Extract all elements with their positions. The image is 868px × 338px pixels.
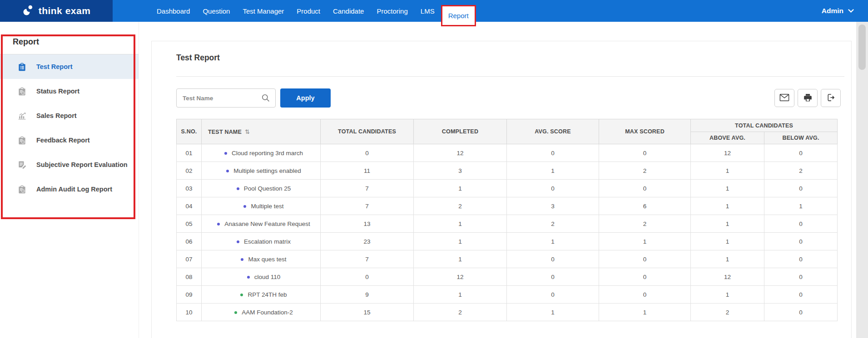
row-completed: 1 — [414, 180, 507, 197]
test-name[interactable]: Pool Question 25 — [244, 185, 291, 192]
row-max-scored: 2 — [599, 215, 691, 233]
test-name[interactable]: AAM Foundation-2 — [242, 309, 293, 316]
sidebar-item-admin-audit-log-report[interactable]: Admin Audit Log Report — [0, 177, 139, 201]
test-name[interactable]: RPT 24TH feb — [248, 291, 287, 298]
row-sno: 02 — [177, 162, 202, 180]
row-total-candidates: 11 — [321, 162, 414, 180]
scrollbar-thumb[interactable] — [858, 24, 866, 70]
controls-row: Apply — [176, 88, 844, 108]
email-button[interactable] — [774, 89, 794, 107]
vertical-scrollbar[interactable] — [856, 22, 868, 338]
col-header-test-name[interactable]: TEST NAME⇅ — [202, 119, 321, 144]
row-above-avg: 1 — [691, 215, 764, 233]
row-avg-score: 1 — [507, 304, 599, 321]
table-row[interactable]: 04Multiple test723611 — [177, 197, 838, 215]
test-name[interactable]: cloud 110 — [254, 274, 281, 280]
sidebar-item-subjective-report-evaluation[interactable]: Subjective Report Evaluation — [0, 152, 139, 177]
row-avg-score: 0 — [507, 286, 599, 304]
row-sno: 04 — [177, 197, 202, 215]
row-below-avg: 0 — [764, 215, 838, 233]
apply-button[interactable]: Apply — [280, 88, 331, 108]
table-row[interactable]: 08cloud 11001200120 — [177, 268, 838, 286]
table-row[interactable]: 07Max ques test710010 — [177, 250, 838, 268]
row-max-scored: 6 — [599, 197, 691, 215]
brand-logo[interactable]: think exam — [0, 0, 113, 22]
row-avg-score: 0 — [507, 250, 599, 268]
nav-item-report[interactable]: Report — [441, 5, 476, 26]
row-max-scored: 0 — [599, 180, 691, 197]
brand-logo-text: think exam — [39, 5, 91, 16]
table-row[interactable]: 03Pool Question 25710010 — [177, 180, 838, 197]
row-total-candidates: 9 — [321, 286, 414, 304]
table-row[interactable]: 05Anasane New Feature Request1312210 — [177, 215, 838, 233]
row-below-avg: 0 — [764, 144, 838, 162]
search-icon — [261, 93, 270, 104]
row-above-avg: 1 — [691, 180, 764, 197]
nav-item-proctoring[interactable]: Proctoring — [370, 7, 414, 15]
row-completed: 12 — [414, 268, 507, 286]
test-name[interactable]: Anasane New Feature Request — [224, 220, 310, 227]
row-below-avg: 0 — [764, 233, 838, 250]
row-avg-score: 1 — [507, 233, 599, 250]
test-name[interactable]: Multiple test — [251, 203, 283, 210]
row-avg-score: 3 — [507, 197, 599, 215]
row-max-scored: 0 — [599, 286, 691, 304]
row-total-candidates: 0 — [321, 144, 414, 162]
test-name[interactable]: Max ques test — [248, 256, 286, 263]
nav-item-lms[interactable]: LMS — [414, 7, 441, 15]
row-total-candidates: 7 — [321, 180, 414, 197]
sidebar-item-sales-report[interactable]: Sales Report — [0, 103, 139, 128]
page-title: Test Report — [176, 53, 844, 63]
test-name[interactable]: Cloud reporting 3rd march — [232, 150, 303, 157]
sidebar-item-status-report[interactable]: Status Report — [0, 79, 139, 103]
row-total-candidates: 0 — [321, 268, 414, 286]
search-field-wrap — [176, 88, 276, 108]
nav-item-test-manager[interactable]: Test Manager — [236, 7, 290, 15]
table-row[interactable]: 02Multiple settings enabled1131212 — [177, 162, 838, 180]
sidebar-item-test-report[interactable]: Test Report — [0, 54, 139, 79]
nav-item-dashboard[interactable]: Dashboard — [150, 7, 196, 15]
subjective-evaluation-edit-icon — [17, 161, 26, 169]
test-name[interactable]: Multiple settings enabled — [233, 167, 301, 174]
row-above-avg: 1 — [691, 286, 764, 304]
test-status-dot — [217, 223, 220, 225]
row-above-avg: 12 — [691, 268, 764, 286]
row-max-scored: 0 — [599, 250, 691, 268]
test-status-dot — [237, 187, 239, 190]
row-above-avg: 1 — [691, 162, 764, 180]
test-status-dot — [226, 170, 229, 172]
table-row[interactable]: 10AAM Foundation-21521120 — [177, 304, 838, 321]
test-status-dot — [243, 205, 246, 208]
test-report-clipboard-icon — [17, 63, 26, 71]
row-above-avg: 12 — [691, 144, 764, 162]
audit-log-clipboard-clock-icon — [17, 185, 26, 194]
row-total-candidates: 7 — [321, 197, 414, 215]
print-button[interactable] — [798, 89, 818, 107]
email-icon — [779, 93, 789, 103]
nav-item-question[interactable]: Question — [196, 7, 236, 15]
row-below-avg: 0 — [764, 268, 838, 286]
test-status-dot — [224, 152, 227, 155]
row-completed: 3 — [414, 162, 507, 180]
nav-item-candidate[interactable]: Candidate — [327, 7, 370, 15]
title-divider — [176, 76, 844, 77]
export-button[interactable] — [821, 89, 841, 107]
test-status-dot — [237, 240, 239, 243]
row-sno: 09 — [177, 286, 202, 304]
table-row[interactable]: 06Escalation matrix2311110 — [177, 233, 838, 250]
admin-menu[interactable]: Admin — [822, 7, 854, 15]
row-below-avg: 2 — [764, 162, 838, 180]
nav-item-product[interactable]: Product — [290, 7, 327, 15]
row-avg-score: 1 — [507, 162, 599, 180]
sort-icon[interactable]: ⇅ — [245, 128, 250, 135]
row-below-avg: 1 — [764, 197, 838, 215]
test-status-dot — [247, 276, 250, 279]
table-row[interactable]: 01Cloud reporting 3rd march01200120 — [177, 144, 838, 162]
table-row[interactable]: 09RPT 24TH feb910010 — [177, 286, 838, 304]
row-max-scored: 0 — [599, 268, 691, 286]
chevron-down-icon — [848, 7, 854, 15]
test-name[interactable]: Escalation matrix — [244, 238, 291, 245]
col-header-total-candidates: TOTAL CANDIDATES — [321, 119, 414, 144]
col-header-group-total-candidates: TOTAL CANDIDATES — [691, 119, 838, 132]
sidebar-item-feedback-report[interactable]: Feedback Report — [0, 128, 139, 152]
